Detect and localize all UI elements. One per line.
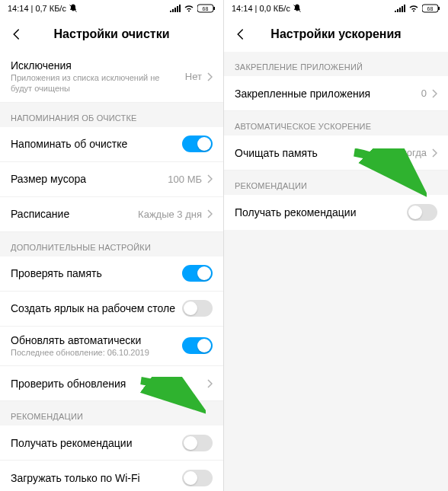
- battery-icon: 68: [422, 4, 440, 13]
- page-title: Настройки очистки: [0, 27, 223, 41]
- mute-icon: [293, 4, 302, 13]
- left-screen: 14:14 | 0,7 КБ/с 68 Настройки очистки: [0, 0, 224, 491]
- right-screen: 14:14 | 0,0 КБ/с 68 Настройки ускорения …: [224, 0, 448, 491]
- signal-icon: [395, 5, 405, 12]
- section-auto: АВТОМАТИЧЕСКОЕ УСКОРЕНИЕ: [224, 111, 448, 136]
- header: Настройки очистки: [0, 17, 223, 52]
- chevron-right-icon: [206, 174, 213, 184]
- row-wifi-only[interactable]: Загружать только по Wi-Fi: [0, 461, 223, 491]
- status-bar: 14:14 | 0,7 КБ/с 68: [0, 0, 223, 17]
- row-remind[interactable]: Напоминать об очистке: [0, 127, 223, 162]
- section-recs: РЕКОМЕНДАЦИИ: [224, 171, 448, 195]
- row-get-recs[interactable]: Получать рекомендации: [224, 195, 448, 230]
- mute-icon: [69, 4, 78, 13]
- exclusions-value: Нет: [185, 71, 202, 82]
- toggle-remind[interactable]: [182, 136, 213, 152]
- svg-rect-4: [438, 7, 440, 10]
- chevron-right-icon: [206, 209, 213, 219]
- content: Исключения Приложения из списка исключен…: [0, 52, 223, 491]
- row-exclusions[interactable]: Исключения Приложения из списка исключен…: [0, 52, 223, 103]
- row-autoupdate[interactable]: Обновлять автоматически Последнее обновл…: [0, 327, 223, 367]
- toggle-get-recs[interactable]: [407, 204, 437, 221]
- header: Настройки ускорения: [224, 17, 448, 52]
- signal-icon: [170, 5, 181, 12]
- back-button[interactable]: [8, 25, 26, 43]
- section-pinned: ЗАКРЕПЛЕНИЕ ПРИЛОЖЕНИЙ: [224, 52, 448, 76]
- row-shortcut[interactable]: Создать ярлык на рабочем столе: [0, 292, 223, 327]
- section-reminders: НАПОМИНАНИЯ ОБ ОЧИСТКЕ: [0, 103, 223, 127]
- row-trash-size[interactable]: Размер мусора 100 МБ: [0, 162, 223, 197]
- back-button[interactable]: [232, 25, 250, 43]
- row-pinned-apps[interactable]: Закрепленные приложения 0: [224, 76, 448, 111]
- toggle-autoupdate[interactable]: [182, 337, 213, 354]
- section-recs: РЕКОМЕНДАЦИИ: [0, 401, 223, 426]
- status-bar: 14:14 | 0,0 КБ/с 68: [224, 0, 448, 17]
- row-schedule[interactable]: Расписание Каждые 3 дня: [0, 197, 223, 232]
- battery-icon: 68: [197, 4, 216, 13]
- row-clear-memory[interactable]: Очищать память Никогда: [224, 136, 448, 171]
- svg-text:68: 68: [427, 6, 434, 11]
- chevron-right-icon: [206, 378, 213, 389]
- toggle-wifi-only[interactable]: [182, 470, 213, 486]
- toggle-get-recs[interactable]: [182, 435, 213, 451]
- chevron-right-icon: [206, 72, 213, 82]
- status-speed: 0,0 КБ/с: [259, 4, 290, 13]
- toggle-shortcut[interactable]: [182, 300, 213, 317]
- chevron-right-icon: [431, 88, 437, 99]
- row-check-updates[interactable]: Проверить обновления: [0, 366, 223, 401]
- svg-text:68: 68: [203, 6, 209, 11]
- chevron-right-icon: [431, 148, 437, 158]
- row-check-memory[interactable]: Проверять память: [0, 257, 223, 292]
- exclusions-sub: Приложения из списка исключений не будут…: [11, 73, 179, 94]
- svg-rect-1: [213, 7, 215, 10]
- page-title: Настройки ускорения: [224, 27, 448, 41]
- content: ЗАКРЕПЛЕНИЕ ПРИЛОЖЕНИЙ Закрепленные прил…: [224, 52, 448, 491]
- wifi-icon: [184, 5, 194, 12]
- row-get-recs[interactable]: Получать рекомендации: [0, 426, 223, 461]
- toggle-check-memory[interactable]: [182, 265, 213, 282]
- status-time: 14:14: [8, 4, 29, 13]
- status-time: 14:14: [232, 4, 253, 13]
- wifi-icon: [408, 5, 419, 12]
- section-extra: ДОПОЛНИТЕЛЬНЫЕ НАСТРОЙКИ: [0, 232, 223, 257]
- exclusions-label: Исключения: [11, 59, 179, 72]
- status-speed: 0,7 КБ/с: [35, 4, 66, 13]
